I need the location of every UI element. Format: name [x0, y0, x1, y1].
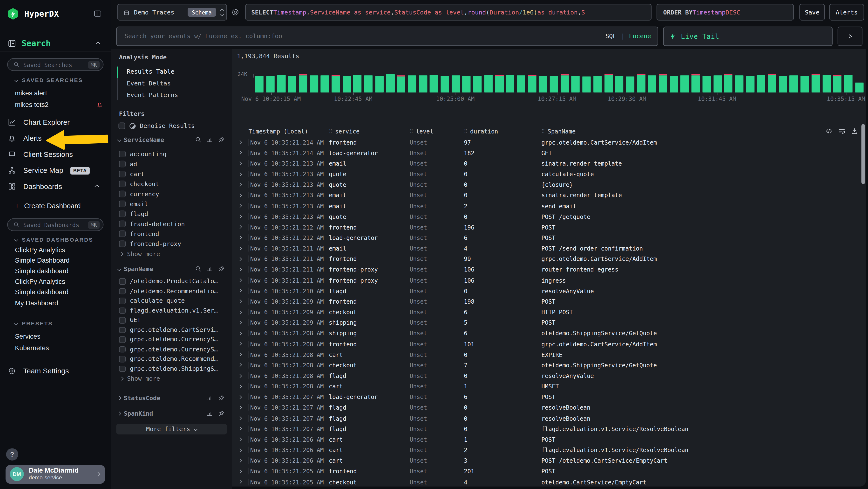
- filter-option[interactable]: grpc.oteldemo.ShippingS…: [118, 364, 225, 373]
- table-row[interactable]: Nov 6 10:35:21.212 AMfrontendUnset196POS…: [237, 222, 863, 232]
- table-row[interactable]: Nov 6 10:35:21.205 AMcheckoutUnset4oteld…: [237, 477, 863, 486]
- histogram-bar[interactable]: [364, 75, 373, 92]
- checkbox[interactable]: [119, 356, 125, 362]
- help-button[interactable]: ?: [6, 448, 18, 461]
- filter-group-header[interactable]: SpanKind: [118, 409, 225, 418]
- row-expander-icon[interactable]: [238, 140, 242, 144]
- histogram-bar[interactable]: [299, 76, 307, 92]
- filter-option[interactable]: flagd.evaluation.v1.Ser…: [118, 306, 225, 315]
- drag-handle-icon[interactable]: ⠿: [329, 129, 332, 134]
- histogram-bar[interactable]: [375, 76, 383, 92]
- checkbox[interactable]: [119, 221, 125, 227]
- table-row[interactable]: Nov 6 10:35:21.208 AMshippingUnset6oteld…: [237, 328, 863, 339]
- presets-header[interactable]: PRESETS: [15, 320, 53, 326]
- row-expander[interactable]: [237, 351, 249, 358]
- row-expander-icon[interactable]: [238, 332, 242, 335]
- histogram-bar[interactable]: [419, 76, 427, 92]
- preset-item[interactable]: Kubernetes: [15, 342, 106, 353]
- histogram-bar[interactable]: [593, 76, 602, 92]
- table-row[interactable]: Nov 6 10:35:21.207 AMload-generatorUnset…: [237, 392, 863, 402]
- row-expander-icon[interactable]: [238, 183, 242, 186]
- sql-mode-toggle[interactable]: SQL: [606, 33, 617, 40]
- checkbox[interactable]: [119, 201, 125, 207]
- row-expander-icon[interactable]: [238, 299, 242, 304]
- order-by-editor[interactable]: ORDER BY Timestamp DESC: [656, 4, 794, 21]
- column-header-timestamp-local-[interactable]: Timestamp (Local): [249, 128, 329, 135]
- filter-group-header[interactable]: StatusCode: [118, 394, 225, 402]
- table-row[interactable]: Nov 6 10:35:21.212 AMload-generatorUnset…: [237, 232, 863, 243]
- row-expander-icon[interactable]: [238, 310, 242, 314]
- row-expander[interactable]: [237, 149, 249, 156]
- row-expander[interactable]: [237, 468, 249, 475]
- table-row[interactable]: Nov 6 10:35:21.213 AMquoteUnset0calculat…: [237, 169, 863, 179]
- row-expander[interactable]: [237, 266, 249, 273]
- table-row[interactable]: Nov 6 10:35:21.207 AMflagdUnset0resolveB…: [237, 413, 863, 424]
- row-expander[interactable]: [237, 171, 249, 177]
- table-row[interactable]: Nov 6 10:35:21.214 AMfrontendUnset97grpc…: [237, 137, 863, 147]
- saved-dashboard-item[interactable]: My Dashboard: [15, 297, 106, 308]
- row-expander[interactable]: [237, 192, 249, 199]
- row-expander-icon[interactable]: [238, 469, 242, 473]
- row-expander-icon[interactable]: [238, 278, 242, 282]
- drag-handle-icon[interactable]: ⠿: [541, 129, 545, 134]
- saved-dashboard-item[interactable]: ClickPy Analytics: [15, 276, 106, 287]
- histogram-bar[interactable]: [855, 83, 863, 92]
- histogram-bar[interactable]: [353, 75, 362, 92]
- row-expander-icon[interactable]: [238, 214, 242, 219]
- filter-option[interactable]: grpc.oteldemo.Recommend…: [118, 354, 225, 364]
- histogram-bar[interactable]: [659, 75, 667, 92]
- histogram-bar[interactable]: [539, 76, 547, 92]
- pin-icon[interactable]: [218, 410, 225, 417]
- denoise-results-option[interactable]: Denoise Results: [118, 121, 232, 130]
- filter-option[interactable]: frontend-proxy: [118, 239, 225, 249]
- filter-option[interactable]: frontend: [118, 229, 225, 239]
- scrollbar-thumb[interactable]: [861, 124, 865, 184]
- row-expander[interactable]: [237, 139, 249, 146]
- histogram-bar[interactable]: [757, 75, 765, 92]
- table-row[interactable]: Nov 6 10:35:21.213 AMemailUnset0sinatra.…: [237, 158, 863, 169]
- table-row[interactable]: Nov 6 10:35:21.209 AMfrontendUnset198POS…: [237, 296, 863, 307]
- live-tail-button[interactable]: Live Tail: [663, 27, 833, 46]
- saved-searches-header[interactable]: SAVED SEARCHES: [15, 77, 83, 83]
- histogram-bar[interactable]: [495, 76, 504, 92]
- table-row[interactable]: Nov 6 10:35:21.210 AMflagdUnset0resolveA…: [237, 286, 863, 296]
- row-expander[interactable]: [237, 245, 249, 252]
- table-row[interactable]: Nov 6 10:35:21.211 AMfrontend-proxyUnset…: [237, 264, 863, 275]
- row-expander[interactable]: [237, 447, 249, 454]
- row-expander[interactable]: [237, 383, 249, 390]
- column-header-duration[interactable]: ⠿duration: [464, 128, 541, 135]
- table-row[interactable]: Nov 6 10:35:21.205 AMfrontendUnset201POS…: [237, 466, 863, 477]
- histogram-bar[interactable]: [615, 76, 623, 92]
- table-row[interactable]: Nov 6 10:35:21.208 AMfrontendUnset101grp…: [237, 339, 863, 349]
- checkbox[interactable]: [119, 288, 125, 294]
- row-expander-icon[interactable]: [238, 427, 242, 431]
- checkbox[interactable]: [119, 211, 125, 217]
- saved-dashboards-input[interactable]: Saved Dashboards ⌘K: [7, 219, 103, 231]
- drag-handle-icon[interactable]: ⠿: [464, 129, 467, 134]
- column-header-level[interactable]: ⠿level: [410, 128, 464, 135]
- table-row[interactable]: Nov 6 10:35:21.213 AMquoteUnset0{closure…: [237, 179, 863, 190]
- saved-dashboard-item[interactable]: Simple Dashboard: [15, 255, 106, 266]
- filter-option[interactable]: calculate-quote: [118, 296, 225, 306]
- histogram-bar[interactable]: [702, 76, 711, 92]
- column-header-service[interactable]: ⠿service: [329, 128, 410, 135]
- saved-dashboard-item[interactable]: Simple dashboard: [15, 287, 106, 297]
- saved-search-item[interactable]: mikes tets2: [15, 99, 106, 110]
- checkbox[interactable]: [119, 346, 125, 352]
- saved-dashboards-header[interactable]: SAVED DASHBOARDS: [15, 236, 93, 242]
- table-row[interactable]: Nov 6 10:35:21.208 AMcheckoutUnset7oteld…: [237, 360, 863, 371]
- histogram-bar[interactable]: [408, 75, 416, 92]
- histogram-bar[interactable]: [561, 75, 569, 92]
- run-query-button[interactable]: [838, 27, 863, 46]
- checkbox[interactable]: [119, 171, 125, 177]
- row-expander-icon[interactable]: [238, 268, 242, 271]
- row-expander[interactable]: [237, 277, 249, 284]
- row-expander-icon[interactable]: [238, 405, 242, 409]
- search-icon[interactable]: [195, 136, 202, 143]
- histogram-bar[interactable]: [310, 76, 318, 92]
- histogram-bar[interactable]: [746, 76, 754, 92]
- table-row[interactable]: Nov 6 10:35:21.206 AMcartUnset1POST: [237, 434, 863, 445]
- row-expander[interactable]: [237, 234, 249, 241]
- pin-icon[interactable]: [218, 265, 225, 272]
- checkbox[interactable]: [119, 191, 125, 197]
